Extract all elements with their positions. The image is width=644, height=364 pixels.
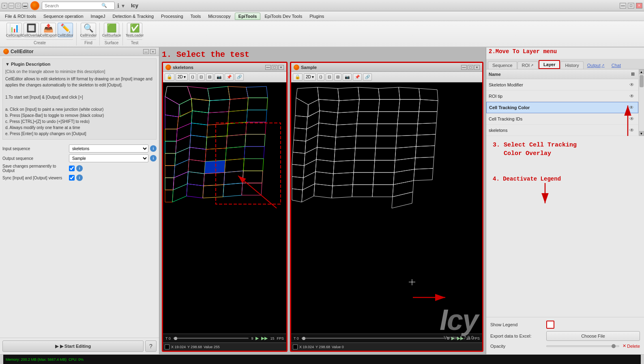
menu-detection[interactable]: Detection & Tracking xyxy=(109,13,157,19)
menu-microscopy[interactable]: Microscopy xyxy=(205,13,234,19)
cellgraph-btn[interactable]: 📊 CellGraph xyxy=(6,23,22,37)
sample-max-btn[interactable]: □ xyxy=(468,65,473,70)
dock-btn[interactable]: 📌 xyxy=(225,73,234,81)
sample-fit-btn[interactable]: ⊡ xyxy=(326,73,333,81)
lock-btn[interactable]: 🔒 xyxy=(165,73,174,81)
choose-file-btn[interactable]: Choose File xyxy=(546,331,640,341)
testloader-btn[interactable]: ✅ TestLoader xyxy=(127,23,142,37)
eye-icon[interactable]: 👁 xyxy=(628,82,636,88)
menu-plugins[interactable]: Plugins xyxy=(306,13,327,19)
sample-close-btn[interactable]: × xyxy=(474,65,480,70)
ff-btn[interactable]: ▶▶ xyxy=(261,336,268,341)
search-input[interactable] xyxy=(45,3,101,8)
layer-row-skeleton-modifier[interactable]: Skeleton Modifier 👁 xyxy=(486,79,638,90)
win-max-btn[interactable]: □ xyxy=(628,3,634,9)
menu-file[interactable]: File & ROI tools xyxy=(2,13,39,19)
play-seq-btn[interactable]: ⟨⟩ xyxy=(189,73,196,81)
opacity-slider[interactable] xyxy=(546,345,619,347)
output-seq-select[interactable]: Sample xyxy=(69,154,148,162)
detach-btn[interactable]: 🔗 xyxy=(235,73,244,81)
search-box[interactable]: 🔍 xyxy=(42,2,115,10)
sample-lock-icon: 🔒 xyxy=(295,74,301,80)
expand-btn[interactable]: ⊞ xyxy=(629,71,636,78)
play-btn[interactable]: ▶ xyxy=(255,336,259,341)
sample-2d-btn[interactable]: 2D ▾ xyxy=(304,73,316,81)
sample-zoom-fit-btn[interactable]: ⊟ xyxy=(334,73,341,81)
win-min-btn[interactable]: — xyxy=(620,3,626,9)
panel-close-btn[interactable]: × xyxy=(150,49,156,54)
snap-btn[interactable]: 📷 xyxy=(215,73,223,81)
skeletons-canvas[interactable] xyxy=(163,82,286,334)
save-changes-checkbox[interactable] xyxy=(69,166,75,171)
menu-tools[interactable]: Tools xyxy=(187,13,204,19)
scroll-up-btn[interactable]: ▲ xyxy=(639,69,644,74)
sync-viewers-checkbox[interactable] xyxy=(69,175,75,181)
icy-logo-y: y xyxy=(462,304,478,336)
surface-label: Surface xyxy=(104,39,119,45)
sample-detach-btn[interactable]: 🔗 xyxy=(363,73,372,81)
scroll-down-btn[interactable]: ▼ xyxy=(639,131,644,136)
scroll-thumb[interactable] xyxy=(640,75,644,87)
celloverlay-btn[interactable]: 🔲 CellOverlay xyxy=(24,23,39,37)
menu-epitools[interactable]: EpiTools xyxy=(235,13,261,20)
sync-viewers-row: Sync [Input] and [Output] viewers i xyxy=(2,174,157,181)
input-seq-select[interactable]: skeletons xyxy=(69,144,148,153)
menu-epitools-dev[interactable]: EpiTools Dev Tools xyxy=(261,13,305,19)
fit-btn[interactable]: ⊡ xyxy=(197,73,205,81)
layer-row-skeletons[interactable]: skeletons 👁 xyxy=(486,125,638,136)
delete-btn[interactable]: ✕ Delete xyxy=(623,343,640,349)
opacity-thumb[interactable] xyxy=(612,344,616,348)
sync-info-btn[interactable]: i xyxy=(76,174,83,181)
start-editing-btn[interactable]: ▶ ▶ Start Editing xyxy=(2,340,144,352)
close-btn[interactable]: × xyxy=(2,3,7,9)
celleditor-panel: CellEditor — × ▼ Plugin Description [Cli… xyxy=(0,47,159,354)
layer-row-cell-tracking-color[interactable]: Cell Tracking Color 👁 xyxy=(486,102,638,113)
maximize-btn[interactable]: □ xyxy=(15,3,21,9)
timeline-slider[interactable] xyxy=(173,338,249,339)
tab-output[interactable]: Output ↗ xyxy=(584,62,608,69)
2d-btn[interactable]: 2D ▾ xyxy=(176,73,188,81)
cellsurface-btn[interactable]: 🟩 CellSurface xyxy=(104,23,119,37)
tab-sequence[interactable]: Sequence xyxy=(488,61,517,69)
sample-canvas[interactable] xyxy=(291,82,482,334)
viewer-min-btn[interactable]: — xyxy=(265,65,271,70)
sample-min-btn[interactable]: — xyxy=(461,65,467,70)
show-legend-checkbox[interactable] xyxy=(546,321,554,329)
sample-lock-btn[interactable]: 🔒 xyxy=(293,73,303,81)
cellexport-btn[interactable]: 📤 CellExport xyxy=(41,23,56,37)
tab-roi[interactable]: ROI ↗ xyxy=(517,61,539,69)
viewer-close-btn[interactable]: × xyxy=(278,65,284,70)
restore-btn[interactable]: ▬ xyxy=(22,3,28,9)
zoom-fit-btn[interactable]: ⊟ xyxy=(206,73,213,81)
layer-scrollbar[interactable]: ▲ ▼ xyxy=(638,69,644,136)
info-icon[interactable]: ℹ xyxy=(117,2,119,9)
eye-icon[interactable]: 👁 xyxy=(628,93,636,99)
menu-imagej[interactable]: ImageJ xyxy=(88,13,109,19)
viewer-max-btn[interactable]: □ xyxy=(272,65,277,70)
menu-processing[interactable]: Processing xyxy=(158,13,186,19)
tab-history[interactable]: History xyxy=(560,61,583,69)
win-close-btn[interactable]: × xyxy=(636,3,642,9)
save-info-btn[interactable]: i xyxy=(76,165,83,172)
eye-icon[interactable]: 👁 xyxy=(627,105,635,110)
tab-chat[interactable]: Chat xyxy=(608,62,624,69)
eye-icon[interactable]: 👁 xyxy=(628,116,636,122)
layer-row-roi-tip[interactable]: ROI tip 👁 xyxy=(486,90,638,102)
menu-sequence[interactable]: Sequence operation xyxy=(40,13,86,19)
input-info-btn[interactable]: i xyxy=(150,145,157,152)
eye-icon[interactable]: 👁 xyxy=(628,127,636,133)
sample-snap-btn[interactable]: 📷 xyxy=(343,73,352,81)
plugin-desc-title[interactable]: ▼ Plugin Description xyxy=(5,61,154,67)
panel-minimize-btn[interactable]: — xyxy=(143,49,149,54)
sample-dock-btn[interactable]: 📌 xyxy=(353,73,362,81)
layer-row-cell-tracking-ids[interactable]: Cell Tracking IDs 👁 xyxy=(486,113,638,125)
tab-layer[interactable]: Layer xyxy=(539,60,560,69)
sample-timeline-slider[interactable] xyxy=(301,338,445,339)
celleditor-btn[interactable]: ✏️ CellEditor xyxy=(58,23,73,37)
settings-icon[interactable]: ▾ xyxy=(122,2,125,9)
minimize-btn[interactable]: — xyxy=(9,3,14,9)
help-btn[interactable]: ? xyxy=(145,340,157,352)
cellfinder-btn[interactable]: 🔍 CellFinder xyxy=(81,23,96,37)
output-info-btn[interactable]: i xyxy=(150,155,157,162)
sample-play-seq-btn[interactable]: ⟨⟩ xyxy=(317,73,324,81)
